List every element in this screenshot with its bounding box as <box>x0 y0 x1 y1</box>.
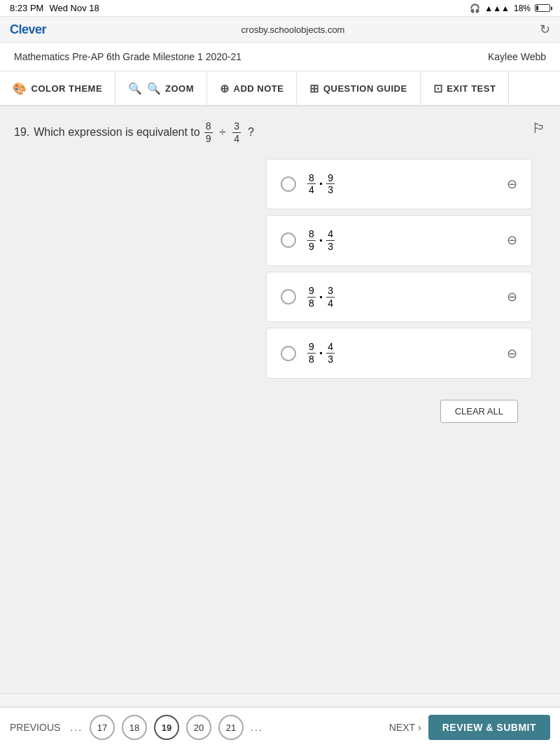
radio-d[interactable] <box>281 346 296 361</box>
page-20-button[interactable]: 20 <box>186 715 211 740</box>
option-d[interactable]: 9 8 · 4 3 ⊖ <box>266 328 532 379</box>
browser-bottom <box>0 693 560 705</box>
status-right: 🎧 ▲▲▲ 18% <box>470 4 550 13</box>
main-content: 19. Which expression is equivalent to 8 … <box>0 106 560 526</box>
page-title: Mathematics Pre-AP 6th Grade Milestone 1… <box>14 51 241 62</box>
radio-c[interactable] <box>281 289 296 305</box>
bottom-nav: PREVIOUS ... 17 18 19 20 21 ... NEXT › R… <box>0 707 560 747</box>
guide-icon: ⊞ <box>309 82 319 95</box>
review-submit-button[interactable]: REVIEW & SUBMIT <box>428 715 550 740</box>
question-header: 19. Which expression is equivalent to 8 … <box>14 120 546 145</box>
eliminate-b-button[interactable]: ⊖ <box>507 232 517 248</box>
option-b-math: 8 9 · 4 3 <box>307 228 335 253</box>
dots-right: ... <box>251 722 263 733</box>
day: Wed Nov 18 <box>49 3 99 13</box>
plus-icon: ⊕ <box>220 82 230 95</box>
zoom-button[interactable]: 🔍 🔍 ZOOM <box>115 71 207 105</box>
battery-icon <box>535 4 550 12</box>
option-b[interactable]: 8 9 · 4 3 ⊖ <box>266 215 532 266</box>
option-a[interactable]: 8 4 · 9 3 ⊖ <box>266 159 532 210</box>
page-18-button[interactable]: 18 <box>122 715 147 740</box>
time: 8:23 PM <box>10 3 43 13</box>
dividend-fraction: 8 9 <box>204 120 213 145</box>
exit-test-button[interactable]: ⊡ EXIT TEST <box>421 71 510 105</box>
add-note-button[interactable]: ⊕ ADD NOTE <box>207 71 297 105</box>
exit-icon: ⊡ <box>433 82 443 95</box>
signal-icon: ▲▲▲ <box>484 4 510 13</box>
eliminate-d-button[interactable]: ⊖ <box>507 346 517 361</box>
status-bar: 8:23 PM Wed Nov 18 🎧 ▲▲▲ 18% <box>0 0 560 17</box>
eliminate-a-button[interactable]: ⊖ <box>507 176 517 192</box>
option-c[interactable]: 9 8 · 3 4 ⊖ <box>266 272 532 323</box>
clever-logo: Clever <box>10 22 46 37</box>
url-bar: crosby.schoolobjects.com <box>241 25 345 35</box>
question-text: 19. Which expression is equivalent to 8 … <box>14 120 254 145</box>
battery-percent: 18% <box>514 4 531 13</box>
zoom-out-icon: 🔍 <box>128 82 143 95</box>
radio-b[interactable] <box>281 232 296 248</box>
option-c-math: 9 8 · 3 4 <box>307 285 335 309</box>
dots-left: ... <box>70 722 83 733</box>
previous-label: PREVIOUS <box>10 722 60 733</box>
page-19-button[interactable]: 19 <box>154 715 179 740</box>
user-name: Kaylee Webb <box>488 51 546 62</box>
next-label: NEXT › <box>389 722 421 733</box>
status-left: 8:23 PM Wed Nov 18 <box>10 3 99 13</box>
toolbar: 🎨 COLOR THEME 🔍 🔍 ZOOM ⊕ ADD NOTE ⊞ QUES… <box>0 71 560 106</box>
page-header: Mathematics Pre-AP 6th Grade Milestone 1… <box>0 43 560 71</box>
zoom-in-icon: 🔍 <box>147 82 162 95</box>
divisor-fraction: 3 4 <box>232 120 241 145</box>
options-container: 8 4 · 9 3 ⊖ 8 9 <box>266 159 532 384</box>
radio-a[interactable] <box>281 176 296 192</box>
color-theme-button[interactable]: 🎨 COLOR THEME <box>0 71 115 105</box>
flag-button[interactable]: 🏳 <box>532 120 546 137</box>
clear-button-row: CLEAR ALL <box>14 391 546 423</box>
eliminate-c-button[interactable]: ⊖ <box>507 289 517 305</box>
palette-icon: 🎨 <box>13 82 27 95</box>
question-number: 19. <box>14 126 29 139</box>
question-guide-button[interactable]: ⊞ QUESTION GUIDE <box>297 71 420 105</box>
page-21-button[interactable]: 21 <box>218 715 244 740</box>
option-d-math: 9 8 · 4 3 <box>307 341 335 365</box>
headphone-icon: 🎧 <box>470 4 480 13</box>
option-a-math: 8 4 · 9 3 <box>307 172 335 197</box>
page-17-button[interactable]: 17 <box>90 715 115 740</box>
clear-all-button[interactable]: CLEAR ALL <box>440 400 518 423</box>
browser-bar: Clever crosby.schoolobjects.com ↻ <box>0 17 560 43</box>
refresh-button[interactable]: ↻ <box>540 22 550 37</box>
